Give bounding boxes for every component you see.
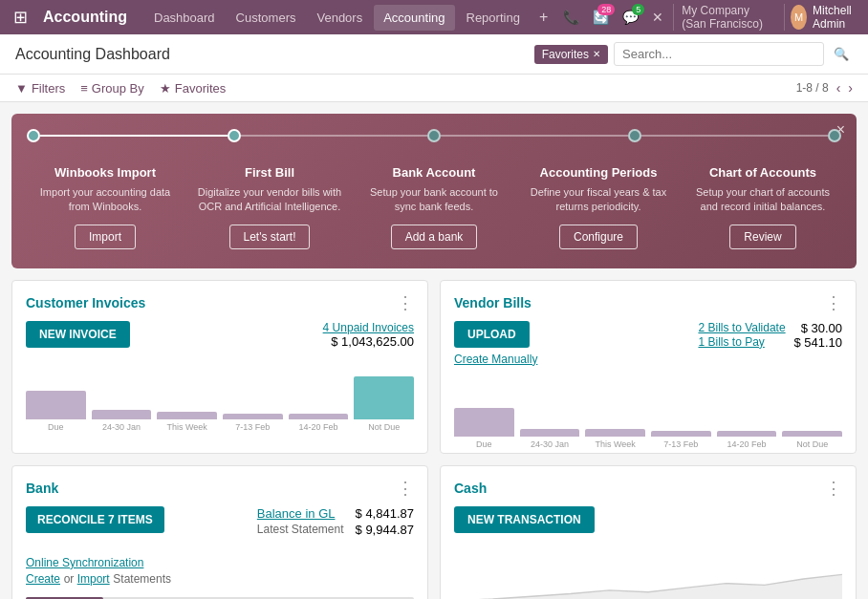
- favorites-filter-button[interactable]: ★ Favorites: [160, 81, 226, 96]
- bank-links: Online Synchronization Create or Import …: [12, 550, 427, 593]
- favorites-label: Favorites: [542, 48, 589, 61]
- next-page-button[interactable]: ›: [848, 80, 853, 96]
- new-transaction-button[interactable]: NEW TRANSACTION: [454, 506, 595, 533]
- bank-title: Bank: [26, 481, 58, 496]
- bar-notdue-fill: [354, 376, 414, 419]
- progress-line-1: [40, 135, 228, 137]
- step-4-button[interactable]: Configure: [559, 225, 638, 249]
- import-statements-row: Create or Import Statements: [26, 571, 414, 586]
- bar-due: [26, 391, 86, 419]
- nav-right-area: 📞 🔄 28 💬 5 ✕ My Company (San Francisco) …: [559, 4, 860, 31]
- groupby-label: Group By: [92, 81, 144, 96]
- step-dot-4: [628, 129, 641, 142]
- nav-reporting[interactable]: Reporting: [457, 5, 530, 31]
- step-dot-2: [228, 129, 241, 142]
- step-3-button[interactable]: Add a bank: [391, 225, 478, 249]
- bills-pay-stat[interactable]: 1 Bills to Pay: [698, 335, 764, 350]
- progress-line-3: [441, 135, 628, 137]
- nav-add-icon[interactable]: +: [532, 5, 555, 31]
- groupby-button[interactable]: ≡ Group By: [80, 81, 144, 96]
- phone-icon[interactable]: 📞: [559, 6, 583, 29]
- vbar-24jan: [520, 429, 580, 437]
- onboarding-step-2: First Bill Digitalize your vendor bills …: [191, 161, 348, 253]
- star-icon: ★: [160, 81, 171, 96]
- filters-label: Filters: [32, 81, 65, 96]
- favorites-tag[interactable]: Favorites ✕: [534, 45, 608, 64]
- company-name[interactable]: My Company (San Francisco): [673, 4, 785, 31]
- bank-menu-icon[interactable]: ⋮: [397, 478, 414, 499]
- nav-customers[interactable]: Customers: [227, 5, 306, 31]
- message-icon[interactable]: 💬 5: [618, 6, 642, 29]
- bank-card: Bank ⋮ RECONCILE 7 ITEMS Balance in GL $…: [11, 465, 428, 599]
- bar-label-24jan: 24-30 Jan: [102, 422, 141, 432]
- step-1-desc: Import your accounting data from Winbook…: [31, 185, 180, 215]
- step-2-title: First Bill: [195, 165, 344, 180]
- step-3-desc: Setup your bank account to sync bank fee…: [359, 185, 509, 215]
- upload-button[interactable]: UPLOAD: [454, 321, 530, 348]
- bills-validate-stat[interactable]: 2 Bills to Validate: [698, 321, 785, 335]
- search-area: Favorites ✕ 🔍: [534, 42, 853, 66]
- vendor-bills-title: Vendor Bills: [454, 295, 532, 310]
- progress-line-4: [641, 135, 829, 137]
- bar-label-notdue: Not Due: [368, 422, 400, 432]
- nav-dashboard[interactable]: Dashboard: [144, 5, 225, 31]
- reconcile-button[interactable]: RECONCILE 7 ITEMS: [26, 506, 164, 533]
- progress-dots: [27, 129, 841, 142]
- cash-menu-icon[interactable]: ⋮: [825, 478, 842, 499]
- unpaid-invoices-stat[interactable]: 4 Unpaid Invoices: [323, 321, 414, 334]
- cash-line-chart: [441, 541, 856, 599]
- new-invoice-button[interactable]: NEW INVOICE: [26, 321, 130, 348]
- step-2-button[interactable]: Let's start!: [229, 225, 311, 249]
- nav-accounting[interactable]: Accounting: [374, 5, 454, 31]
- user-menu[interactable]: M Mitchell Admin: [791, 4, 860, 31]
- step-4-title: Accounting Periods: [524, 165, 673, 180]
- statements-suffix: Statements: [113, 572, 171, 586]
- favorites-close-icon[interactable]: ✕: [593, 49, 600, 59]
- statement-label: Latest Statement: [257, 523, 344, 537]
- step-1-button[interactable]: Import: [75, 225, 136, 249]
- create-statements-link[interactable]: Create: [26, 572, 60, 586]
- vendor-bills-menu-icon[interactable]: ⋮: [825, 292, 842, 313]
- dashboard-grid: Customer Invoices ⋮ NEW INVOICE 4 Unpaid…: [0, 280, 868, 599]
- create-manually-link[interactable]: Create Manually: [454, 353, 537, 366]
- vbar-label-24jan: 24-30 Jan: [531, 439, 569, 449]
- customer-invoices-card: Customer Invoices ⋮ NEW INVOICE 4 Unpaid…: [11, 280, 428, 454]
- pagination: 1-8 / 8 ‹ ›: [796, 80, 853, 96]
- import-link[interactable]: Import: [77, 572, 110, 586]
- customer-invoices-menu-icon[interactable]: ⋮: [397, 292, 414, 313]
- bar-thisweek-fill: [157, 412, 217, 419]
- close-icon[interactable]: ✕: [648, 6, 667, 29]
- balance-gl-label[interactable]: Balance in GL: [257, 506, 336, 521]
- step-2-desc: Digitalize your vendor bills with OCR an…: [195, 185, 344, 215]
- app-grid-icon[interactable]: ⊞: [8, 3, 33, 32]
- cash-card: Cash ⋮ NEW TRANSACTION: [440, 465, 857, 599]
- search-icon[interactable]: 🔍: [830, 43, 853, 65]
- vbar-label-713feb: 7-13 Feb: [663, 439, 698, 449]
- bar-thisweek: [157, 412, 217, 419]
- prev-page-button[interactable]: ‹: [836, 80, 841, 96]
- or-text: or: [64, 572, 77, 586]
- step-5-title: Chart of Accounts: [688, 165, 837, 180]
- bar-label-1420feb: 14-20 Feb: [299, 422, 338, 432]
- filters-button[interactable]: ▼ Filters: [15, 81, 65, 96]
- user-name: Mitchell Admin: [813, 4, 860, 31]
- filter-items: ▼ Filters ≡ Group By ★ Favorites: [15, 81, 226, 96]
- step-5-desc: Setup your chart of accounts and record …: [688, 185, 837, 215]
- step-4-desc: Define your fiscal years & tax returns p…: [524, 185, 673, 215]
- onboarding-step-3: Bank Account Setup your bank account to …: [356, 161, 512, 253]
- onboarding-step-5: Chart of Accounts Setup your chart of ac…: [684, 161, 841, 253]
- nav-vendors[interactable]: Vendors: [307, 5, 372, 31]
- chat-badge: 28: [597, 4, 615, 15]
- search-input[interactable]: [614, 42, 824, 66]
- page-header: Accounting Dashboard Favorites ✕ 🔍: [0, 34, 868, 75]
- step-5-button[interactable]: Review: [729, 225, 795, 249]
- onboarding-step-1: Winbooks Import Import your accounting d…: [27, 161, 184, 253]
- vbar-due: [454, 408, 514, 437]
- chat-icon[interactable]: 🔄 28: [589, 6, 613, 29]
- vendor-bills-header: Vendor Bills ⋮: [441, 281, 856, 321]
- vbar-label-due: Due: [476, 439, 492, 449]
- progress-line-2: [241, 135, 428, 137]
- online-sync-link[interactable]: Online Synchronization: [26, 556, 414, 569]
- filter-icon: ▼: [15, 81, 28, 96]
- cash-header: Cash ⋮: [441, 466, 856, 506]
